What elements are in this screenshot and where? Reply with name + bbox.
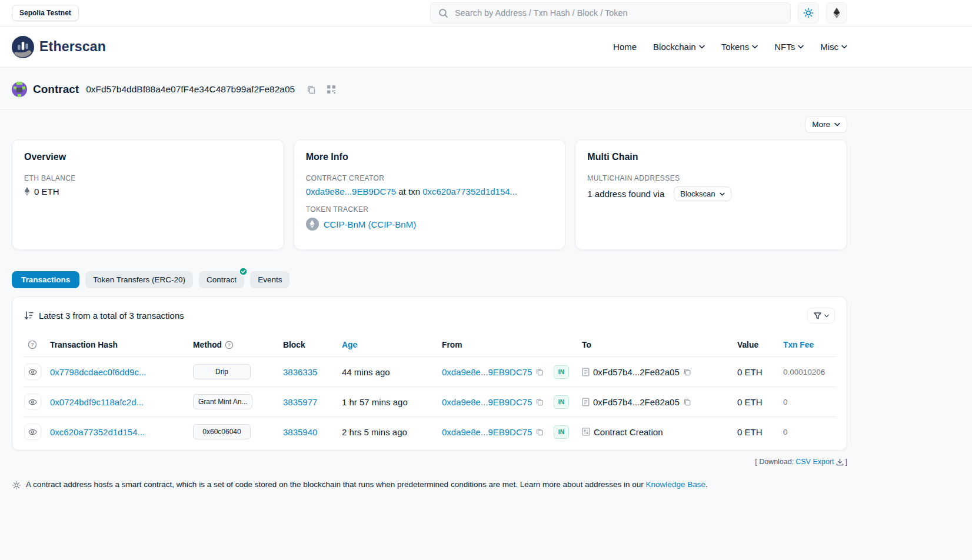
knowledge-base-link[interactable]: Knowledge Base xyxy=(646,480,705,489)
nav-tokens[interactable]: Tokens xyxy=(721,42,758,52)
from-address-link[interactable]: 0xda9e8e...9EB9DC75 xyxy=(442,397,532,407)
filter-button[interactable] xyxy=(807,308,835,324)
copy-address-button[interactable] xyxy=(305,84,317,95)
nav-nfts[interactable]: NFTs xyxy=(774,42,804,52)
col-header-to: To xyxy=(582,341,737,349)
download-suffix: ] xyxy=(845,458,847,466)
nav-blockchain[interactable]: Blockchain xyxy=(653,42,705,52)
txn-fee-text: 0 xyxy=(783,428,788,436)
summary-cards: Overview ETH BALANCE 0 ETH More Info CON… xyxy=(12,139,847,250)
help-circle-icon[interactable]: ? xyxy=(225,341,234,349)
help-circle-icon[interactable]: ? xyxy=(28,340,37,349)
txn-hash-link[interactable]: 0xc620a77352d1d154... xyxy=(50,427,145,437)
col-header-age[interactable]: Age xyxy=(342,341,442,349)
creator-address-link[interactable]: 0xda9e8e...9EB9DC75 xyxy=(306,186,396,196)
table-row: 0xc620a77352d1d154... 0x60c06040 3835940… xyxy=(23,416,836,446)
eye-icon xyxy=(28,429,37,435)
table-row: 0x0724bdf9c118afc2d... Grant Mint An... … xyxy=(23,386,836,416)
page-title: Contract xyxy=(33,83,79,96)
to-address[interactable]: 0xFd57b4...2Fe82a05 xyxy=(593,367,680,377)
tab-events[interactable]: Events xyxy=(250,271,289,288)
footnote-text: A contract address hosts a smart contrac… xyxy=(26,480,644,489)
block-link[interactable]: 3835940 xyxy=(283,427,317,437)
from-address-link[interactable]: 0xda9e8e...9EB9DC75 xyxy=(442,367,532,377)
creation-txn-link[interactable]: 0xc620a77352d1d154... xyxy=(422,186,517,196)
direction-badge: IN xyxy=(554,425,569,439)
brand-name: Etherscan xyxy=(39,39,106,55)
network-badge[interactable]: Sepolia Testnet xyxy=(12,5,79,21)
theme-toggle-button[interactable] xyxy=(798,2,819,24)
tab-contract[interactable]: Contract xyxy=(199,271,244,288)
main-nav: Home Blockchain Tokens NFTs Misc xyxy=(613,42,847,52)
contract-creator-value: 0xda9e8e...9EB9DC75 at txn 0xc620a77352d… xyxy=(306,186,554,196)
etherscan-logo[interactable]: Etherscan xyxy=(12,36,106,58)
contract-file-icon xyxy=(582,398,590,406)
age-text: 44 mins ago xyxy=(342,367,390,377)
csv-export-link[interactable]: CSV Export xyxy=(795,458,834,466)
copy-icon[interactable] xyxy=(535,368,544,376)
search-icon xyxy=(438,8,448,18)
direction-badge: IN xyxy=(554,395,569,409)
block-link[interactable]: 3836335 xyxy=(283,367,317,377)
eye-icon xyxy=(28,399,37,405)
sun-icon xyxy=(803,8,814,18)
preview-txn-button[interactable] xyxy=(24,364,41,380)
nav-home[interactable]: Home xyxy=(613,42,637,52)
search-box[interactable] xyxy=(430,2,791,24)
address-identicon xyxy=(12,82,27,97)
contract-file-icon xyxy=(582,368,590,376)
from-address-link[interactable]: 0xda9e8e...9EB9DC75 xyxy=(442,427,532,437)
overview-card: Overview ETH BALANCE 0 ETH xyxy=(12,139,284,250)
copy-icon[interactable] xyxy=(683,368,691,376)
multichain-card: Multi Chain MULTICHAIN ADDRESSES 1 addre… xyxy=(575,139,847,250)
chevron-down-icon xyxy=(699,45,705,49)
network-switch-button[interactable] xyxy=(826,2,847,24)
blockscan-dropdown-button[interactable]: Blockscan xyxy=(674,186,731,201)
col-header-value: Value xyxy=(737,341,783,349)
age-text: 1 hr 57 mins ago xyxy=(342,397,408,407)
to-address[interactable]: 0xFd57b4...2Fe82a05 xyxy=(593,397,680,407)
txn-hash-link[interactable]: 0x7798dcdaec0f6dd9c... xyxy=(50,367,146,377)
chevron-down-icon xyxy=(834,122,840,126)
contract-creator-label: CONTRACT CREATOR xyxy=(306,174,554,182)
footnote-suffix: . xyxy=(705,480,708,489)
block-link[interactable]: 3835977 xyxy=(283,397,317,407)
site-header: Etherscan Home Blockchain Tokens NFTs Mi… xyxy=(0,26,972,68)
value-text: 0 ETH xyxy=(737,367,763,377)
value-text: 0 ETH xyxy=(737,397,763,407)
search-input[interactable] xyxy=(454,8,783,18)
more-dropdown-button[interactable]: More xyxy=(805,116,847,132)
col-header-from: From xyxy=(442,341,554,349)
tab-token-transfers[interactable]: Token Transfers (ERC-20) xyxy=(85,271,193,288)
funnel-icon xyxy=(814,312,821,319)
lightbulb-icon xyxy=(12,481,21,490)
table-row: 0x7798dcdaec0f6dd9c... Drip 3836335 44 m… xyxy=(23,356,836,386)
tab-transactions[interactable]: Transactions xyxy=(12,271,79,288)
chevron-down-icon xyxy=(720,192,725,196)
copy-icon[interactable] xyxy=(683,398,691,406)
col-header-block: Block xyxy=(283,341,342,349)
preview-txn-button[interactable] xyxy=(24,424,41,440)
preview-txn-button[interactable] xyxy=(24,394,41,410)
copy-icon[interactable] xyxy=(535,428,544,436)
col-header-fee[interactable]: Txn Fee xyxy=(783,341,836,349)
qr-code-button[interactable] xyxy=(325,84,337,95)
verified-check-icon xyxy=(239,267,248,276)
sort-icon xyxy=(24,311,34,320)
col-header-hash: Transaction Hash xyxy=(50,341,193,349)
txn-hash-link[interactable]: 0x0724bdf9c118afc2d... xyxy=(50,397,144,407)
token-tracker-link[interactable]: CCIP-BnM (CCIP-BnM) xyxy=(324,219,417,229)
col-header-method: Method ? xyxy=(193,341,283,349)
card-title: Overview xyxy=(24,152,272,162)
copy-icon[interactable] xyxy=(535,398,544,406)
method-badge: 0x60c06040 xyxy=(193,424,251,439)
nav-misc[interactable]: Misc xyxy=(820,42,847,52)
txn-fee-text: 0.00010206 xyxy=(783,368,825,376)
top-bar: Sepolia Testnet xyxy=(0,0,972,26)
ethereum-icon xyxy=(832,8,841,18)
card-title: More Info xyxy=(306,152,554,162)
token-logo-icon xyxy=(306,218,319,231)
table-summary: Latest 3 from a total of 3 transactions xyxy=(39,311,184,321)
eye-icon xyxy=(28,369,37,375)
value-text: 0 ETH xyxy=(737,427,763,437)
